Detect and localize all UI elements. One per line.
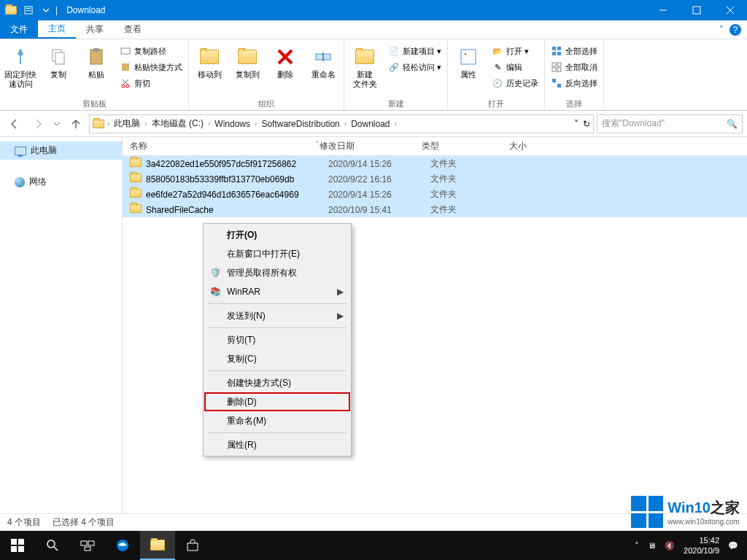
- col-header-type[interactable]: 类型: [422, 140, 509, 152]
- table-row[interactable]: SharedFileCache2020/10/9 15:41文件夹: [123, 202, 747, 217]
- svg-point-23: [465, 53, 466, 55]
- maximize-button[interactable]: [680, 0, 713, 20]
- col-header-name[interactable]: 名称 ˄: [130, 140, 320, 152]
- ctx-properties[interactable]: 属性(R): [205, 435, 349, 454]
- close-button[interactable]: [713, 0, 747, 20]
- svg-rect-30: [552, 68, 556, 71]
- table-row[interactable]: ee6fde27a52d946d1d636576eac649692020/9/1…: [123, 187, 747, 202]
- svg-rect-13: [122, 63, 129, 71]
- tab-home[interactable]: 主页: [38, 20, 76, 39]
- sidebar-item-network[interactable]: 网络: [0, 173, 122, 191]
- recent-dropdown[interactable]: [51, 114, 63, 134]
- up-button[interactable]: [66, 114, 86, 134]
- table-row[interactable]: 858050183b53339ffbf313770eb069db2020/9/2…: [123, 171, 747, 187]
- context-menu: 打开(O) 在新窗口中打开(E) 🛡️管理员取得所有权 📚WinRAR▶ 发送到…: [203, 223, 352, 456]
- paste-shortcut-button[interactable]: 粘贴快捷方式: [117, 60, 185, 74]
- minimize-button[interactable]: [646, 0, 680, 20]
- window-title: Download: [61, 5, 105, 15]
- crumb-windows[interactable]: Windows: [213, 119, 252, 129]
- sidebar-item-pc[interactable]: 此电脑: [0, 141, 122, 160]
- tab-file[interactable]: 文件: [0, 20, 38, 39]
- svg-rect-35: [18, 539, 24, 545]
- crumb-sd[interactable]: SoftwareDistribution: [260, 119, 341, 129]
- ctx-admin-owner[interactable]: 🛡️管理员取得所有权: [205, 263, 349, 282]
- group-new-label: 新建: [388, 97, 404, 110]
- navbar: › 此电脑› 本地磁盘 (C:)› Windows› SoftwareDistr…: [0, 111, 747, 137]
- ctx-open[interactable]: 打开(O): [205, 225, 349, 244]
- ctx-cut[interactable]: 剪切(T): [205, 330, 349, 349]
- new-folder-button[interactable]: 新建 文件夹: [347, 44, 382, 90]
- ctx-shortcut[interactable]: 创建快捷方式(S): [205, 373, 349, 392]
- moveto-button[interactable]: 移动到: [192, 44, 227, 81]
- search-taskbar-icon[interactable]: [35, 531, 70, 560]
- collapse-ribbon-icon[interactable]: ˅: [719, 25, 724, 35]
- tab-share[interactable]: 共享: [76, 20, 114, 39]
- tab-view[interactable]: 查看: [114, 20, 152, 39]
- svg-line-39: [54, 547, 58, 551]
- qat-properties-icon[interactable]: [20, 2, 36, 18]
- crumb-pc[interactable]: 此电脑: [112, 117, 142, 130]
- svg-rect-29: [557, 63, 561, 66]
- taskview-icon[interactable]: [70, 531, 105, 560]
- folder-icon: [3, 2, 19, 18]
- crumb-disk[interactable]: 本地磁盘 (C:): [150, 117, 205, 130]
- edge-icon[interactable]: [105, 531, 140, 560]
- crumb-download[interactable]: Download: [349, 119, 391, 129]
- sidebar: 此电脑 网络: [0, 137, 123, 513]
- cut-button[interactable]: 剪切: [117, 76, 185, 90]
- start-button[interactable]: [0, 531, 35, 560]
- table-row[interactable]: 3a422082ed1e550f957dc5f9172568622020/9/1…: [123, 156, 747, 171]
- network-icon: [15, 177, 25, 187]
- tray-network-icon[interactable]: 🖥: [648, 541, 656, 550]
- open-button[interactable]: 📂打开 ▾: [489, 44, 541, 58]
- tray-up-icon[interactable]: ˄: [635, 541, 639, 551]
- history-button[interactable]: 🕘历史记录: [489, 76, 541, 90]
- ctx-sendto[interactable]: 发送到(N)▶: [205, 306, 349, 325]
- easy-access-button[interactable]: 🔗轻松访问 ▾: [385, 60, 444, 74]
- ctx-winrar[interactable]: 📚WinRAR▶: [205, 282, 349, 301]
- tray-volume-icon[interactable]: 🔇: [665, 541, 675, 551]
- col-header-size[interactable]: 大小: [509, 140, 553, 152]
- select-none-button[interactable]: 全部取消: [548, 60, 600, 74]
- rename-button[interactable]: 重命名: [306, 44, 341, 81]
- svg-rect-9: [55, 52, 64, 64]
- chevron-right-icon: ▶: [337, 287, 344, 297]
- paste-button[interactable]: 粘贴: [79, 44, 114, 81]
- explorer-taskbar-icon[interactable]: [140, 531, 175, 560]
- new-item-button[interactable]: 📄新建项目 ▾: [385, 44, 444, 58]
- properties-button[interactable]: 属性: [451, 44, 486, 81]
- forward-button[interactable]: [28, 114, 48, 134]
- address-bar[interactable]: › 此电脑› 本地磁盘 (C:)› Windows› SoftwareDistr…: [89, 114, 594, 133]
- ctx-rename[interactable]: 重命名(M): [205, 411, 349, 430]
- address-dropdown-icon[interactable]: ˅: [574, 119, 578, 129]
- svg-rect-27: [557, 52, 561, 55]
- ctx-copy[interactable]: 复制(C): [205, 349, 349, 368]
- col-header-date[interactable]: 修改日期: [320, 140, 422, 152]
- qat-dropdown-icon[interactable]: [38, 2, 54, 18]
- refresh-icon[interactable]: ↻: [583, 119, 590, 129]
- win10-logo-icon: [631, 496, 663, 528]
- store-icon[interactable]: [175, 531, 210, 560]
- copy-button[interactable]: 复制: [41, 44, 76, 81]
- svg-rect-44: [187, 543, 198, 551]
- invert-selection-button[interactable]: 反向选择: [548, 76, 600, 90]
- copyto-button[interactable]: 复制到: [230, 44, 265, 81]
- search-input[interactable]: 搜索"Download" 🔍: [597, 114, 743, 133]
- copy-path-button[interactable]: 复制路径: [117, 44, 185, 58]
- delete-button[interactable]: 删除: [268, 44, 303, 81]
- pin-quickaccess-button[interactable]: 固定到快 速访问: [3, 44, 38, 90]
- ctx-separator: [208, 432, 347, 433]
- search-icon: 🔍: [727, 119, 738, 129]
- back-button[interactable]: [4, 114, 25, 134]
- ctx-separator: [208, 370, 347, 371]
- tray-clock[interactable]: 15:42 2020/10/9: [684, 535, 719, 556]
- svg-rect-31: [557, 68, 561, 71]
- help-icon[interactable]: ?: [729, 24, 741, 36]
- folder-icon: [130, 204, 142, 213]
- svg-rect-37: [18, 546, 24, 552]
- select-all-button[interactable]: 全部选择: [548, 44, 600, 58]
- notifications-icon[interactable]: 💬: [728, 541, 738, 551]
- ctx-open-new-window[interactable]: 在新窗口中打开(E): [205, 244, 349, 263]
- ctx-delete[interactable]: 删除(D): [204, 392, 350, 411]
- edit-button[interactable]: ✎编辑: [489, 60, 541, 74]
